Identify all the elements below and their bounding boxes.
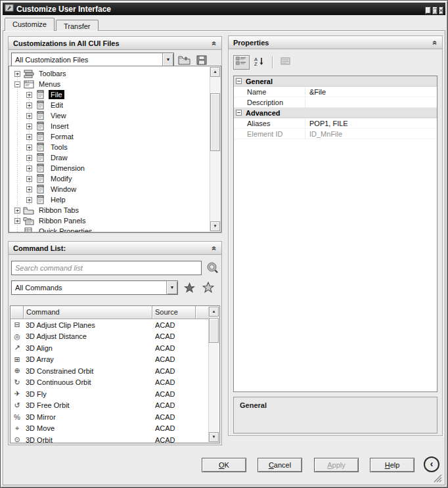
scroll-up-icon[interactable]: ▲: [209, 307, 219, 317]
icon-column-header[interactable]: [11, 306, 24, 319]
command-row-3d-mirror[interactable]: %3D MirrorACAD: [11, 411, 219, 423]
find-command-button[interactable]: [200, 281, 216, 295]
expand-icon[interactable]: +: [26, 155, 32, 161]
tree-item-tools[interactable]: +Tools: [9, 142, 221, 152]
property-category-advanced[interactable]: −Advanced: [234, 108, 437, 118]
tree-item-modify[interactable]: +Modify: [9, 173, 221, 184]
apply-button[interactable]: Apply: [314, 458, 359, 472]
expand-icon[interactable]: +: [26, 123, 32, 129]
expand-icon[interactable]: +: [14, 218, 20, 224]
command-row-3d-constrained-orbit[interactable]: ⊕3D Constrained OrbitACAD: [11, 365, 219, 377]
tree-item-help[interactable]: +Help: [9, 194, 221, 205]
maximize-button[interactable]: □: [432, 7, 437, 14]
command-cell: 3D Mirror: [24, 413, 152, 421]
tree-item-menus[interactable]: −Menus: [9, 79, 221, 89]
create-new-command-button[interactable]: [181, 281, 197, 295]
expand-icon[interactable]: +: [26, 166, 32, 171]
tree-item-edit[interactable]: +Edit: [9, 100, 221, 110]
expand-icon[interactable]: +: [26, 92, 32, 98]
tree-item-quick-properties[interactable]: Quick Properties: [9, 226, 221, 233]
tree-item-window[interactable]: +Window: [9, 184, 221, 194]
property-row-description[interactable]: Description: [234, 97, 437, 108]
customizations-panel-header[interactable]: Customizations in All CUI Files «: [9, 37, 221, 50]
command-row-3d-move[interactable]: ⌖3D MoveACAD: [11, 423, 219, 435]
command-row-3d-adjust-clip-planes[interactable]: ⊟3D Adjust Clip PlanesACAD: [11, 319, 219, 331]
resize-grip[interactable]: [433, 474, 442, 483]
expand-icon[interactable]: +: [14, 208, 20, 213]
command-table-scrollbar[interactable]: ▲ ▼: [208, 307, 219, 442]
expand-icon[interactable]: +: [14, 71, 20, 77]
property-row-name[interactable]: Name&File: [234, 87, 437, 97]
expand-icon[interactable]: +: [26, 134, 32, 140]
command-search-input[interactable]: [11, 261, 202, 275]
expand-icon[interactable]: +: [26, 187, 32, 192]
collapse-chevron-icon[interactable]: «: [431, 40, 440, 45]
command-row-3d-align[interactable]: ↗3D AlignACAD: [11, 342, 219, 354]
tree-item-ribbon-panels[interactable]: +Ribbon Panels: [9, 215, 221, 226]
scroll-down-icon[interactable]: ▼: [209, 432, 219, 442]
menu-icon: [35, 111, 46, 120]
command-row-3d-orbit[interactable]: ⊙3D OrbitACAD: [11, 434, 219, 443]
property-value[interactable]: ID_MnFile: [305, 129, 437, 139]
command-row-3d-fly[interactable]: ✈3D FlyACAD: [11, 388, 219, 400]
save-cui-button[interactable]: [194, 53, 210, 67]
tree-item-ribbon-tabs[interactable]: +Ribbon Tabs: [9, 205, 221, 215]
command-list-header[interactable]: Command List: «: [9, 242, 221, 255]
expand-icon[interactable]: +: [26, 102, 32, 108]
property-pages-button[interactable]: [277, 55, 294, 70]
command-list-title: Command List:: [13, 244, 66, 252]
command-row-3d-free-orbit[interactable]: ↺3D Free OrbitACAD: [11, 400, 219, 412]
source-column-header[interactable]: Source: [152, 306, 196, 319]
command-filter-dropdown[interactable]: All Commands ▼: [11, 280, 178, 295]
collapse-node-icon[interactable]: −: [236, 78, 242, 84]
command-column-header[interactable]: Command: [24, 306, 152, 319]
expand-icon[interactable]: +: [26, 113, 32, 119]
tree-item-file[interactable]: +File: [9, 89, 221, 100]
property-value[interactable]: &File: [305, 87, 437, 97]
property-category-general[interactable]: −General: [234, 76, 437, 87]
expand-icon[interactable]: +: [26, 176, 32, 182]
command-row-3d-continuous-orbit[interactable]: ↻3D Continuous OrbitACAD: [11, 377, 219, 389]
tree-item-draw[interactable]: +Draw: [9, 152, 221, 163]
tree-item-dimension[interactable]: +Dimension: [9, 163, 221, 173]
tab-transfer[interactable]: Transfer: [56, 20, 99, 31]
property-value[interactable]: [305, 97, 437, 107]
collapse-dialog-button[interactable]: ‹: [424, 456, 439, 472]
tree-item-insert[interactable]: +Insert: [9, 121, 221, 131]
tab-customize[interactable]: Customize: [5, 18, 55, 31]
collapse-chevron-icon[interactable]: «: [210, 246, 219, 250]
collapse-node-icon[interactable]: −: [14, 81, 20, 87]
cancel-button[interactable]: Cancel: [258, 458, 302, 472]
expand-icon[interactable]: +: [26, 144, 32, 150]
tree-scrollbar-thumb[interactable]: [210, 93, 220, 151]
categorized-view-button[interactable]: [233, 55, 250, 70]
help-button[interactable]: Help: [370, 458, 414, 472]
load-partial-cui-button[interactable]: [176, 53, 192, 67]
expand-icon[interactable]: +: [26, 197, 32, 203]
dropdown-arrow-icon[interactable]: ▼: [162, 53, 173, 66]
close-button[interactable]: ×: [439, 7, 443, 14]
tree-scrollbar[interactable]: ▲ ▼: [210, 67, 220, 231]
tree-item-view[interactable]: +View: [9, 110, 221, 121]
sort-alphabetical-button[interactable]: AZ: [251, 55, 267, 70]
source-cell: ACAD: [152, 332, 196, 340]
scroll-up-icon[interactable]: ▲: [210, 67, 220, 77]
properties-header[interactable]: Properties «: [229, 36, 442, 49]
collapse-node-icon[interactable]: −: [236, 110, 242, 116]
search-icon[interactable]: [204, 261, 220, 275]
tree-item-toolbars[interactable]: +Toolbars: [9, 68, 221, 79]
titlebar[interactable]: Customize User Interface ▁□×: [3, 3, 445, 15]
property-value[interactable]: POP1, FILE: [305, 118, 437, 128]
scroll-down-icon[interactable]: ▼: [210, 221, 220, 231]
command-row-3d-array[interactable]: ⊞3D ArrayACAD: [11, 354, 219, 366]
tree-item-format[interactable]: +Format: [9, 131, 221, 142]
ok-button[interactable]: OK: [202, 458, 246, 472]
property-row-aliases[interactable]: AliasesPOP1, FILE: [234, 118, 437, 129]
command-scrollbar-thumb[interactable]: [209, 318, 219, 343]
cui-file-dropdown[interactable]: All Customization Files ▼: [11, 53, 174, 67]
collapse-chevron-icon[interactable]: «: [210, 41, 219, 45]
dropdown-arrow-icon[interactable]: ▼: [166, 281, 177, 294]
command-row-3d-adjust-distance[interactable]: ◎3D Adjust DistanceACAD: [11, 331, 219, 343]
property-row-element-id[interactable]: Element IDID_MnFile: [234, 129, 437, 139]
minimize-button[interactable]: ▁: [425, 7, 431, 14]
